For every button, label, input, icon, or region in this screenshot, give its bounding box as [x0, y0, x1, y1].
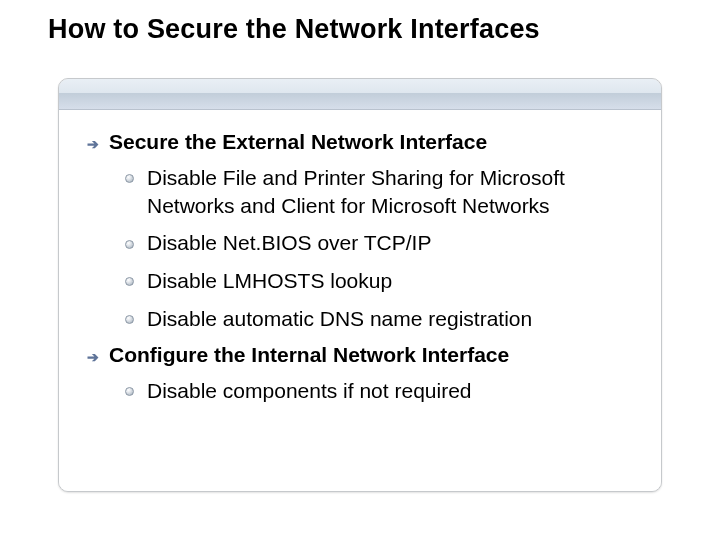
list-item: Disable components if not required [125, 377, 633, 405]
slide-title: How to Secure the Network Interfaces [48, 14, 680, 45]
section-heading-text: Secure the External Network Interface [109, 130, 487, 154]
panel-header-bar [59, 79, 661, 110]
arrow-icon: ➔ [87, 345, 99, 369]
section-heading-internal: ➔ Configure the Internal Network Interfa… [87, 343, 633, 369]
section-heading-external: ➔ Secure the External Network Interface [87, 130, 633, 156]
sub-list-external: Disable File and Printer Sharing for Mic… [125, 164, 633, 333]
content-panel: ➔ Secure the External Network Interface … [58, 78, 662, 492]
panel-body: ➔ Secure the External Network Interface … [59, 110, 661, 492]
section-heading-text: Configure the Internal Network Interface [109, 343, 509, 367]
list-item: Disable automatic DNS name registration [125, 305, 633, 333]
list-item: Disable File and Printer Sharing for Mic… [125, 164, 633, 219]
list-item: Disable LMHOSTS lookup [125, 267, 633, 295]
sub-list-internal: Disable components if not required [125, 377, 633, 405]
list-item: Disable Net.BIOS over TCP/IP [125, 229, 633, 257]
arrow-icon: ➔ [87, 132, 99, 156]
slide: How to Secure the Network Interfaces ➔ S… [0, 0, 720, 540]
